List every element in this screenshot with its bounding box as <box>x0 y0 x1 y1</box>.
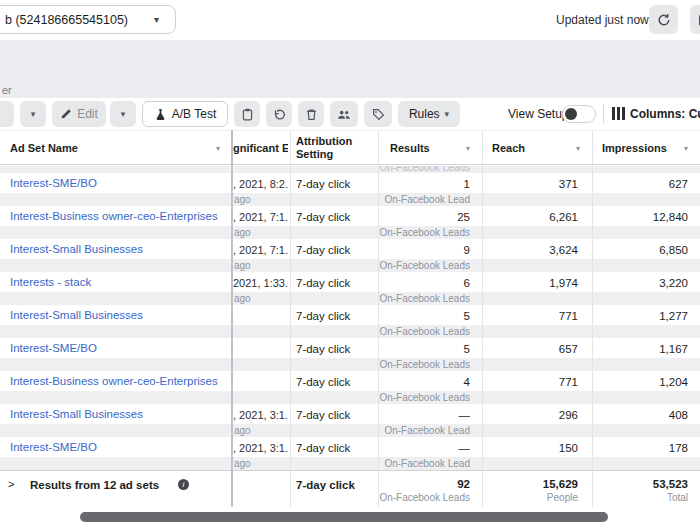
delete-button[interactable] <box>298 101 324 127</box>
ad-set-name-link[interactable]: Interest-SME/BO <box>10 342 97 354</box>
table-row[interactable]: Interest-Small Businesses , 2021, 3:1...… <box>0 404 700 437</box>
edit-ago-label: ago <box>234 424 289 437</box>
ad-set-name-cell: Interest-SME/BO <box>10 441 226 453</box>
ab-test-button[interactable]: A/B Test <box>142 101 228 127</box>
sort-caret-icon[interactable]: ▾ <box>216 144 220 153</box>
header-ad-set-name[interactable]: Ad Set Name <box>10 142 78 154</box>
ad-set-name-link[interactable]: Interest-Small Businesses <box>10 309 143 321</box>
reach-cell: 296 <box>482 409 578 421</box>
results-cell: — <box>378 442 470 454</box>
sort-caret-icon[interactable]: ▾ <box>466 144 470 153</box>
ad-account-selector[interactable]: b (524186665545105) ▾ <box>0 5 176 34</box>
clipboard-button[interactable] <box>234 101 260 127</box>
sort-caret-icon[interactable]: ▾ <box>684 144 688 153</box>
table-row[interactable]: Interest-SME/BO , 2021, 8:2... 7-day cli… <box>0 173 700 206</box>
summary-impressions: 53,523 <box>592 478 688 490</box>
header-results[interactable]: Results <box>390 142 430 154</box>
table-body: Interest-SME/BO , 2021, 8:2... 7-day cli… <box>0 173 700 470</box>
partial-row-label: On-Facebook Leads <box>378 166 470 173</box>
horizontal-scrollbar-track[interactable] <box>0 509 700 525</box>
chevron-down-icon: ▾ <box>445 109 450 119</box>
flask-icon <box>154 108 167 121</box>
edit-ago-label: ago <box>234 226 289 239</box>
results-type-label: On-Facebook Leads <box>378 325 470 338</box>
results-cell: — <box>378 409 470 421</box>
results-type-label: On-Facebook Leads <box>378 391 470 404</box>
attribution-cell: 7-day click <box>296 178 374 190</box>
summary-reach: 15,629 <box>482 478 578 490</box>
duplicate-caret-button[interactable]: ▾ <box>20 101 46 127</box>
refresh-button[interactable] <box>649 5 678 34</box>
export-button-partial[interactable] <box>690 5 700 34</box>
duplicate-button-partial[interactable] <box>0 101 14 127</box>
ad-set-name-link[interactable]: Interest-Small Businesses <box>10 408 143 420</box>
header-attribution-line1[interactable]: Attribution <box>296 135 352 147</box>
header-impressions[interactable]: Impressions <box>602 142 667 154</box>
ad-account-selector-label: b (524186665545105) <box>5 13 128 27</box>
expand-chevron-icon[interactable]: > <box>8 478 14 490</box>
results-cell: 6 <box>378 277 470 289</box>
results-type-label: On-Facebook Lead <box>378 424 470 437</box>
table-row[interactable]: Interests - stack 2021, 1:33... 7-day cl… <box>0 272 700 305</box>
results-cell: 5 <box>378 310 470 322</box>
view-setup-toggle[interactable] <box>562 105 596 123</box>
results-type-label: On-Facebook Leads <box>378 259 470 272</box>
impressions-cell: 12,840 <box>592 211 688 223</box>
attribution-cell: 7-day click <box>296 442 374 454</box>
ad-set-name-link[interactable]: Interest-Business owner-ceo-Enterprises <box>10 210 218 222</box>
results-cell: 25 <box>378 211 470 223</box>
table-row[interactable]: Interest-Business owner-ceo-Enterprises … <box>0 371 700 404</box>
ad-set-name-link[interactable]: Interest-SME/BO <box>10 441 97 453</box>
ad-set-name-cell: Interest-Small Businesses <box>10 309 226 321</box>
pencil-icon <box>60 108 72 120</box>
impressions-cell: 6,850 <box>592 244 688 256</box>
summary-results: 92 <box>378 478 470 490</box>
undo-button[interactable] <box>266 101 292 127</box>
results-type-label: On-Facebook Leads <box>378 292 470 305</box>
filter-tabs-band: er Ad Sets Ads <box>0 40 700 98</box>
tag-button[interactable] <box>364 101 392 127</box>
info-icon[interactable]: i <box>178 479 189 490</box>
header-reach[interactable]: Reach <box>492 142 525 154</box>
rules-button[interactable]: Rules ▾ <box>398 101 460 127</box>
ad-set-name-cell: Interest-Small Businesses <box>10 408 226 420</box>
edit-button[interactable]: Edit <box>52 101 106 127</box>
clipboard-icon <box>241 108 254 121</box>
results-type-label: On-Facebook Lead <box>378 457 470 470</box>
edit-caret-button[interactable]: ▾ <box>110 101 136 127</box>
columns-button[interactable]: Columns: Custom <box>630 107 700 121</box>
table-row[interactable]: Interest-SME/BO , 2021, 3:1... 7-day cli… <box>0 437 700 470</box>
summary-reach-label: People <box>482 492 578 503</box>
reach-cell: 657 <box>482 343 578 355</box>
updated-status: Updated just now <box>556 13 649 27</box>
summary-results-label: On-Facebook Leads <box>378 492 470 503</box>
table-row[interactable]: Interest-SME/BO 7-day click 5 657 1,167 … <box>0 338 700 371</box>
ad-set-name-link[interactable]: Interests - stack <box>10 276 91 288</box>
table-row[interactable]: Interest-Small Businesses , 2021, 7:1...… <box>0 239 700 272</box>
summary-impressions-label: Total <box>592 492 688 503</box>
reach-cell: 1,974 <box>482 277 578 289</box>
header-significant-edit[interactable]: gnificant Edit <box>233 142 288 154</box>
summary-row: > Results from 12 ad sets i 7-day click … <box>0 470 700 507</box>
results-type-label: On-Facebook Lead <box>378 193 470 206</box>
impressions-cell: 408 <box>592 409 688 421</box>
ad-set-name-link[interactable]: Interest-Business owner-ceo-Enterprises <box>10 375 218 387</box>
ad-set-name-cell: Interest-Business owner-ceo-Enterprises <box>10 375 226 387</box>
table-row[interactable]: Interest-Business owner-ceo-Enterprises … <box>0 206 700 239</box>
results-cell: 4 <box>378 376 470 388</box>
tag-icon <box>372 108 385 121</box>
sort-caret-icon[interactable]: ▾ <box>576 144 580 153</box>
reach-cell: 771 <box>482 376 578 388</box>
significant-edit-cell: , 2021, 7:1... <box>233 244 288 256</box>
summary-attribution: 7-day click <box>296 479 374 491</box>
significant-edit-cell: , 2021, 3:1... <box>233 409 288 421</box>
attribution-cell: 7-day click <box>296 343 374 355</box>
horizontal-scrollbar-thumb[interactable] <box>80 512 608 522</box>
ad-set-name-link[interactable]: Interest-Small Businesses <box>10 243 143 255</box>
ad-set-name-cell: Interest-SME/BO <box>10 177 226 189</box>
filter-bar-text[interactable]: er <box>2 84 12 96</box>
table-row[interactable]: Interest-Small Businesses 7-day click 5 … <box>0 305 700 338</box>
significant-edit-cell: 2021, 1:33... <box>233 277 288 289</box>
audience-button[interactable] <box>330 101 358 127</box>
ad-set-name-link[interactable]: Interest-SME/BO <box>10 177 97 189</box>
